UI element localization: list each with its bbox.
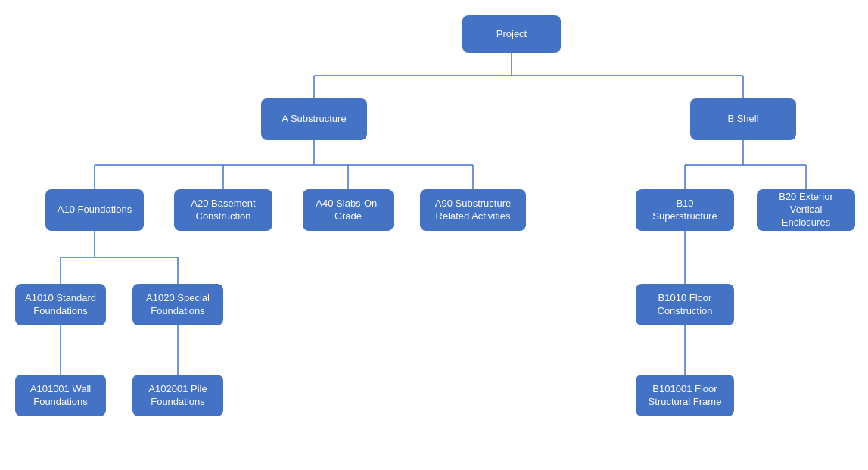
connectors-svg — [0, 0, 868, 470]
node-b1010: B1010 Floor Construction — [636, 284, 734, 325]
node-a101001: A101001 Wall Foundations — [15, 375, 106, 416]
node-a1020: A1020 Special Foundations — [132, 284, 223, 325]
node-b101001: B101001 Floor Structural Frame — [636, 375, 734, 416]
node-b-shell: B Shell — [690, 98, 796, 140]
node-a1010: A1010 Standard Foundations — [15, 284, 106, 325]
node-a10: A10 Foundations — [45, 189, 144, 231]
node-a102001: A102001 Pile Foundations — [132, 375, 223, 416]
node-a40: A40 Slabs-On-Grade — [303, 189, 394, 231]
node-project: Project — [462, 15, 561, 53]
node-a90: A90 Substructure Related Activities — [420, 189, 526, 231]
node-a20: A20 Basement Construction — [174, 189, 272, 231]
node-b20: B20 Exterior Vertical Enclosures — [757, 189, 855, 231]
node-a-substructure: A Substructure — [261, 98, 367, 140]
tree-container: Project A Substructure B Shell A10 Found… — [0, 0, 868, 470]
node-b10: B10 Superstructure — [636, 189, 734, 231]
